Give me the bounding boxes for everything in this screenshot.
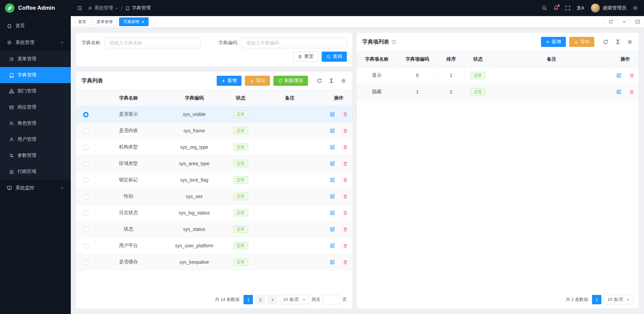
- page-size-select[interactable]: 10 条/页: [604, 295, 633, 304]
- row-radio[interactable]: [83, 128, 89, 134]
- settings-gear-icon[interactable]: [633, 5, 638, 11]
- table-row[interactable]: 是否显示 sys_visible 正常: [76, 106, 352, 123]
- sidebar-item-user-management[interactable]: 用户管理: [0, 131, 71, 147]
- delete-icon[interactable]: [342, 161, 348, 167]
- sidebar-item-param-management[interactable]: 参数管理: [0, 147, 71, 164]
- delete-icon[interactable]: [342, 259, 348, 265]
- column-height-icon[interactable]: [328, 77, 335, 84]
- add-button[interactable]: 新增: [541, 37, 566, 47]
- reset-button[interactable]: 重置: [293, 52, 318, 62]
- tab-home[interactable]: 首页: [74, 17, 90, 26]
- refresh-icon[interactable]: [604, 16, 617, 27]
- row-select-cell[interactable]: [76, 106, 96, 123]
- chevron-down-icon[interactable]: [617, 16, 631, 27]
- pagination-page-1[interactable]: 1: [244, 295, 253, 304]
- edit-icon[interactable]: [329, 111, 335, 117]
- info-icon[interactable]: [391, 40, 396, 45]
- dict-name-input[interactable]: [105, 38, 201, 48]
- row-select-cell[interactable]: [76, 254, 96, 270]
- delete-icon[interactable]: [342, 210, 348, 216]
- row-select-cell[interactable]: [76, 221, 96, 238]
- sidebar-item-post-management[interactable]: 岗位管理: [0, 99, 71, 115]
- tab-dict-management[interactable]: 字典管理: [119, 17, 149, 26]
- sidebar-item-system-monitor[interactable]: 系统监控: [0, 180, 71, 196]
- edit-icon[interactable]: [616, 89, 622, 95]
- page-jump-input[interactable]: [323, 295, 340, 304]
- sidebar-item-menu-management[interactable]: 菜单管理: [0, 51, 71, 67]
- export-button[interactable]: 导出: [569, 37, 594, 47]
- sidebar-item-admin-region[interactable]: 行政区域: [0, 164, 71, 180]
- search-icon[interactable]: [542, 5, 547, 11]
- delete-icon[interactable]: [342, 144, 348, 150]
- pagination-next-icon[interactable]: [268, 295, 277, 304]
- breadcrumb-item-system[interactable]: 系统管理: [88, 5, 118, 11]
- table-row[interactable]: 显示 0 1 正常: [357, 67, 639, 84]
- delete-icon[interactable]: [342, 226, 348, 232]
- edit-icon[interactable]: [329, 259, 335, 265]
- pagination-page-2[interactable]: 2: [256, 295, 265, 304]
- sidebar-item-home[interactable]: 首页: [0, 17, 71, 34]
- table-row[interactable]: 日志状态 sys_log_status 正常: [76, 205, 352, 221]
- refresh-icon[interactable]: [602, 39, 609, 45]
- row-select-cell[interactable]: [76, 205, 96, 221]
- edit-icon[interactable]: [329, 243, 335, 249]
- refresh-icon[interactable]: [316, 77, 323, 84]
- row-radio[interactable]: [83, 210, 89, 216]
- table-row[interactable]: 是否内嵌 sys_frame 正常: [76, 123, 352, 139]
- table-row[interactable]: 区域类型 sys_area_type 正常: [76, 155, 352, 172]
- row-radio[interactable]: [83, 260, 89, 265]
- row-radio[interactable]: [83, 227, 89, 232]
- edit-icon[interactable]: [329, 210, 335, 216]
- export-button[interactable]: 导出: [245, 76, 270, 86]
- row-radio[interactable]: [83, 112, 89, 117]
- table-row[interactable]: 隐藏 1 2 正常: [357, 84, 639, 100]
- row-radio[interactable]: [83, 243, 89, 249]
- edit-icon[interactable]: [329, 128, 335, 134]
- page-size-select[interactable]: 10 条/页: [280, 295, 309, 304]
- table-settings-gear-icon[interactable]: [627, 39, 633, 45]
- edit-icon[interactable]: [329, 226, 335, 232]
- close-icon[interactable]: [142, 20, 145, 23]
- delete-icon[interactable]: [629, 72, 635, 78]
- row-select-cell[interactable]: [76, 188, 96, 205]
- row-select-cell[interactable]: [76, 139, 96, 155]
- edit-icon[interactable]: [329, 161, 335, 167]
- sidebar-item-dict-management[interactable]: 字典管理: [0, 67, 71, 83]
- delete-icon[interactable]: [342, 243, 348, 249]
- sidebar-item-dept-management[interactable]: 部门管理: [0, 83, 71, 99]
- table-row[interactable]: 锁定标记 sys_lock_flag 正常: [76, 172, 352, 188]
- row-radio[interactable]: [83, 178, 89, 183]
- delete-icon[interactable]: [342, 111, 348, 117]
- edit-icon[interactable]: [329, 177, 335, 183]
- dict-code-input[interactable]: [242, 38, 347, 48]
- sidebar-collapse-icon[interactable]: [77, 5, 83, 11]
- sidebar-item-system-management[interactable]: 系统管理: [0, 34, 71, 51]
- table-row[interactable]: 性别 sys_sex 正常: [76, 188, 352, 205]
- pagination-page-1[interactable]: 1: [592, 295, 601, 304]
- row-select-cell[interactable]: [76, 172, 96, 188]
- delete-icon[interactable]: [342, 128, 348, 134]
- row-radio[interactable]: [83, 161, 89, 167]
- refresh-cache-button[interactable]: 刷新缓存: [273, 76, 308, 86]
- sidebar-item-role-management[interactable]: 角色管理: [0, 115, 71, 131]
- translate-icon[interactable]: 文A: [577, 5, 584, 11]
- row-select-cell[interactable]: [76, 155, 96, 172]
- row-select-cell[interactable]: [76, 123, 96, 139]
- table-row[interactable]: 机构类型 sys_org_type 正常: [76, 139, 352, 155]
- row-radio[interactable]: [83, 194, 89, 199]
- content-fullscreen-icon[interactable]: [631, 16, 644, 27]
- notification-bell-icon[interactable]: [553, 5, 559, 11]
- delete-icon[interactable]: [342, 193, 348, 199]
- column-height-icon[interactable]: [614, 39, 621, 45]
- delete-icon[interactable]: [629, 89, 635, 95]
- table-settings-gear-icon[interactable]: [340, 77, 347, 84]
- table-row[interactable]: 用户平台 sys_user_platform 正常: [76, 238, 352, 254]
- user-menu[interactable]: 超级管理员: [591, 3, 626, 13]
- tab-menu-management[interactable]: 菜单管理: [93, 17, 117, 26]
- row-select-cell[interactable]: [76, 238, 96, 254]
- row-radio[interactable]: [83, 145, 89, 150]
- query-button[interactable]: 查询: [322, 52, 347, 62]
- edit-icon[interactable]: [329, 193, 335, 199]
- edit-icon[interactable]: [616, 72, 622, 78]
- edit-icon[interactable]: [329, 144, 335, 150]
